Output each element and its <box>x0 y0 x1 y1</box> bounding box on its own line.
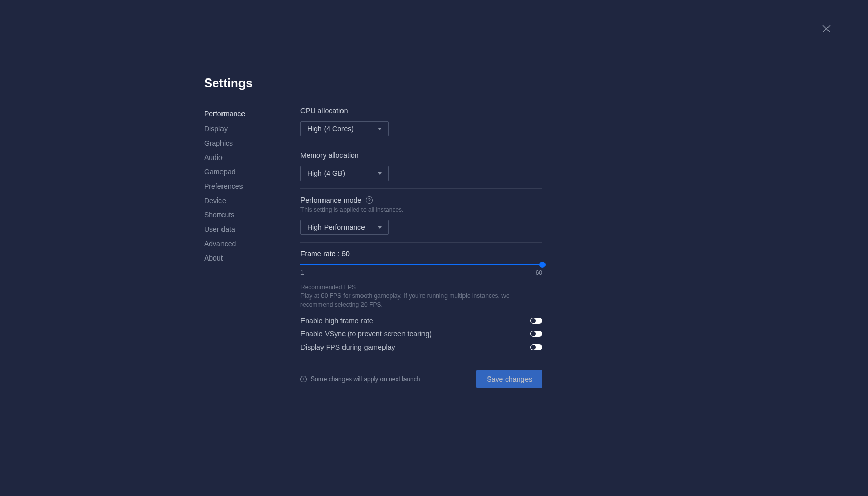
sidebar-item-advanced[interactable]: Advanced <box>204 236 275 251</box>
sidebar-item-performance[interactable]: Performance <box>204 107 245 120</box>
toggle-row-high-frame: Enable high frame rate <box>300 316 542 325</box>
footer-note-text: Some changes will apply on next launch <box>311 375 420 383</box>
framerate-label: Frame rate : 60 <box>300 250 542 258</box>
close-icon <box>822 25 831 33</box>
toggle-knob <box>531 318 536 323</box>
page-title: Settings <box>204 76 542 90</box>
chevron-down-icon <box>378 226 382 229</box>
info-icon: i <box>300 376 307 382</box>
toggle-knob <box>531 345 536 350</box>
framerate-slider[interactable] <box>300 264 542 265</box>
slider-min: 1 <box>300 269 304 276</box>
toggle-display-fps[interactable] <box>530 344 542 350</box>
sidebar: Performance Display Graphics Audio Gamep… <box>204 107 286 388</box>
toggle-knob <box>531 331 536 336</box>
toggle-row-display-fps: Display FPS during gameplay <box>300 343 542 351</box>
toggle-label-display-fps: Display FPS during gameplay <box>300 343 395 351</box>
cpu-dropdown[interactable]: High (4 Cores) <box>300 121 389 136</box>
slider-thumb[interactable] <box>539 262 546 268</box>
toggle-high-frame[interactable] <box>530 318 542 324</box>
sidebar-item-display[interactable]: Display <box>204 122 275 136</box>
sidebar-item-audio[interactable]: Audio <box>204 150 275 165</box>
memory-label: Memory allocation <box>300 151 542 160</box>
framerate-section: Frame rate : 60 1 60 Recommended FPS Pla… <box>300 250 542 351</box>
memory-dropdown-value: High (4 GB) <box>307 169 345 177</box>
perfmode-dropdown[interactable]: High Performance <box>300 220 389 235</box>
toggle-label-vsync: Enable VSync (to prevent screen tearing) <box>300 330 432 338</box>
sidebar-item-graphics[interactable]: Graphics <box>204 136 275 150</box>
sidebar-item-about[interactable]: About <box>204 251 275 265</box>
perfmode-subtext: This setting is applied to all instances… <box>300 206 542 213</box>
slider-range-labels: 1 60 <box>300 269 542 276</box>
content-panel: CPU allocation High (4 Cores) Memory all… <box>286 107 542 388</box>
sidebar-item-gamepad[interactable]: Gamepad <box>204 165 275 179</box>
sidebar-item-preferences[interactable]: Preferences <box>204 179 275 193</box>
memory-dropdown[interactable]: High (4 GB) <box>300 166 389 181</box>
chevron-down-icon <box>378 128 382 130</box>
toggle-row-vsync: Enable VSync (to prevent screen tearing) <box>300 330 542 338</box>
footer: i Some changes will apply on next launch… <box>300 370 542 388</box>
chevron-down-icon <box>378 172 382 175</box>
save-button[interactable]: Save changes <box>476 370 542 388</box>
recommended-fps-text: Play at 60 FPS for smooth gameplay. If y… <box>300 292 542 309</box>
recommended-fps-title: Recommended FPS <box>300 284 542 291</box>
perfmode-dropdown-value: High Performance <box>307 223 365 231</box>
help-icon[interactable]: ? <box>366 196 373 204</box>
toggle-label-high-frame: Enable high frame rate <box>300 316 373 325</box>
cpu-label: CPU allocation <box>300 107 542 115</box>
sidebar-item-shortcuts[interactable]: Shortcuts <box>204 208 275 222</box>
cpu-dropdown-value: High (4 Cores) <box>307 125 354 133</box>
sidebar-item-user-data[interactable]: User data <box>204 222 275 236</box>
cpu-section: CPU allocation High (4 Cores) <box>300 107 542 144</box>
slider-max: 60 <box>536 269 542 276</box>
sidebar-item-device[interactable]: Device <box>204 193 275 208</box>
close-button[interactable] <box>822 25 835 37</box>
slider-track <box>300 264 542 265</box>
memory-section: Memory allocation High (4 GB) <box>300 151 542 189</box>
toggle-vsync[interactable] <box>530 331 542 337</box>
footer-note: i Some changes will apply on next launch <box>300 375 420 383</box>
perfmode-label-text: Performance mode <box>300 196 361 204</box>
perfmode-section: Performance mode ? This setting is appli… <box>300 196 542 243</box>
perfmode-label: Performance mode ? <box>300 196 542 204</box>
